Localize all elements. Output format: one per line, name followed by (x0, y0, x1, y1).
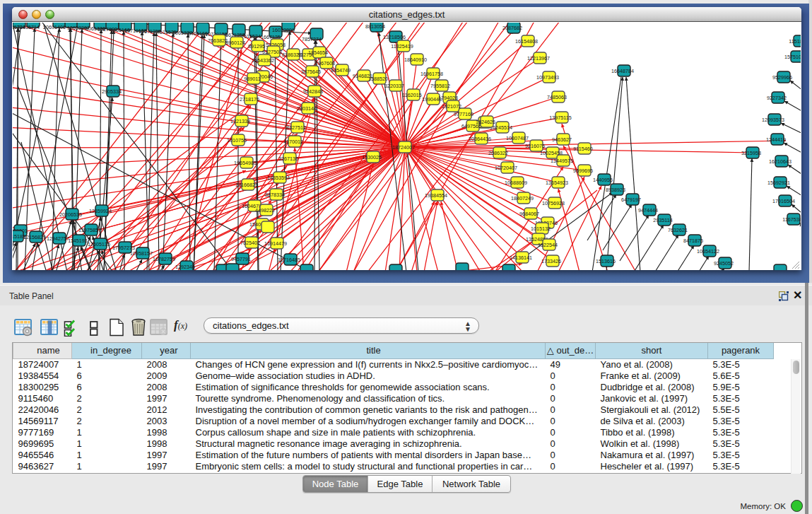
svg-text:20691406: 20691406 (43, 24, 66, 30)
svg-text:13716485: 13716485 (278, 257, 300, 263)
svg-text:1513616: 1513616 (596, 258, 616, 264)
svg-text:1151876: 1151876 (789, 38, 801, 45)
svg-text:9699695: 9699695 (573, 168, 593, 174)
svg-text:18640910: 18640910 (404, 57, 427, 63)
svg-text:1010755: 1010755 (227, 137, 247, 144)
svg-text:1794028: 1794028 (438, 95, 458, 101)
svg-text:1167534: 1167534 (782, 216, 801, 223)
svg-text:13449575: 13449575 (551, 158, 573, 164)
svg-text:7625402: 7625402 (240, 240, 260, 246)
svg-text:2087682: 2087682 (502, 25, 522, 31)
svg-text:19654985: 19654985 (234, 160, 257, 166)
svg-text:9474444: 9474444 (638, 207, 658, 214)
svg-text:10958157: 10958157 (130, 250, 153, 257)
svg-text:9245052: 9245052 (714, 260, 734, 267)
svg-text:8813054: 8813054 (365, 23, 385, 30)
svg-text:9216075: 9216075 (525, 143, 545, 149)
svg-text:3875645: 3875645 (301, 69, 321, 75)
svg-text:20206535: 20206535 (59, 211, 82, 218)
svg-text:9777169: 9777169 (454, 111, 473, 117)
svg-text:2905334: 2905334 (102, 88, 122, 95)
svg-text:13218506: 13218506 (383, 34, 406, 40)
svg-text:9327503: 9327503 (262, 49, 282, 55)
svg-text:8960124: 8960124 (225, 40, 245, 46)
svg-text:1522544: 1522544 (538, 242, 558, 248)
svg-text:19384554: 19384554 (425, 192, 447, 199)
svg-text:12156829: 12156829 (23, 234, 46, 240)
svg-text:1145193: 1145193 (68, 238, 87, 244)
svg-text:3215958: 3215958 (741, 150, 761, 156)
svg-text:9227342: 9227342 (767, 95, 787, 101)
svg-text:8427512: 8427512 (286, 124, 306, 131)
svg-text:2086322: 2086322 (488, 150, 508, 156)
svg-text:16914479: 16914479 (264, 240, 287, 247)
svg-text:16961758: 16961758 (420, 71, 443, 77)
svg-text:2967608: 2967608 (315, 60, 335, 66)
svg-text:8878334: 8878334 (265, 192, 285, 198)
svg-text:10654122: 10654122 (697, 248, 719, 255)
svg-text:2803144: 2803144 (297, 105, 317, 112)
svg-text:1162015: 1162015 (402, 92, 421, 98)
svg-text:1292346: 1292346 (175, 264, 195, 270)
svg-text:1530025: 1530025 (362, 154, 382, 160)
svg-text:11325419: 11325419 (391, 43, 413, 49)
svg-text:7663822: 7663822 (208, 37, 228, 44)
svg-text:1854654: 1854654 (308, 49, 328, 56)
svg-text:9115460: 9115460 (573, 146, 592, 152)
svg-text:16648784: 16648784 (611, 68, 634, 74)
svg-text:1733426: 1733426 (541, 258, 561, 264)
svg-text:7857274: 7857274 (302, 36, 322, 42)
svg-text:989011: 989011 (244, 76, 260, 82)
svg-text:8454749: 8454749 (331, 67, 351, 74)
svg-text:12093573: 12093573 (762, 117, 784, 123)
svg-text:13975857: 13975857 (78, 227, 101, 233)
svg-text:7632621: 7632621 (668, 227, 688, 233)
svg-text:12505135: 12505135 (88, 241, 110, 247)
svg-text:3220337: 3220337 (384, 83, 404, 89)
svg-text:12359924: 12359924 (89, 208, 112, 214)
svg-text:16543362: 16543362 (252, 57, 274, 64)
svg-text:19166825: 19166825 (235, 182, 258, 188)
svg-text:9529966: 9529966 (772, 74, 792, 81)
svg-text:4498222: 4498222 (255, 207, 275, 214)
svg-text:9457791: 9457791 (231, 256, 251, 262)
svg-text:16210643: 16210643 (769, 158, 792, 165)
svg-text:1015132: 1015132 (531, 226, 551, 232)
svg-text:12942757: 12942757 (47, 235, 69, 242)
svg-text:1921072: 1921072 (442, 103, 461, 110)
svg-text:7955812: 7955812 (430, 83, 450, 89)
svg-text:15692921: 15692921 (767, 180, 790, 186)
svg-text:13975115: 13975115 (549, 115, 571, 121)
svg-text:18407249: 18407249 (511, 195, 534, 201)
svg-text:14136141: 14136141 (510, 255, 532, 261)
svg-text:2935114: 2935114 (653, 217, 672, 223)
svg-text:8938923: 8938923 (606, 187, 625, 193)
svg-text:18724007: 18724007 (392, 144, 415, 151)
svg-text:17016504: 17016504 (772, 198, 795, 204)
svg-text:16782759: 16782759 (153, 256, 175, 262)
svg-text:22055714: 22055714 (17, 24, 40, 30)
svg-text:4170012: 4170012 (283, 139, 303, 145)
svg-text:1440955: 1440955 (593, 177, 613, 183)
svg-text:1588520: 1588520 (368, 76, 388, 82)
svg-text:10973493: 10973493 (536, 74, 559, 81)
svg-text:3267130: 3267130 (278, 156, 298, 162)
svg-text:9242848: 9242848 (303, 88, 323, 95)
svg-text:10756928: 10756928 (542, 200, 565, 206)
svg-text:2718176: 2718176 (240, 96, 259, 103)
svg-text:15751074: 15751074 (784, 54, 801, 60)
svg-text:10720407: 10720407 (495, 165, 517, 171)
svg-text:10807487: 10807487 (506, 135, 529, 141)
svg-text:14353594: 14353594 (267, 175, 290, 181)
svg-text:1221338: 1221338 (230, 118, 250, 124)
svg-text:1624626: 1624626 (476, 119, 495, 125)
svg-text:7485063: 7485063 (547, 94, 567, 100)
svg-text:1244419: 1244419 (766, 136, 786, 143)
svg-text:12213967: 12213967 (527, 55, 550, 62)
svg-text:8471875: 8471875 (683, 238, 703, 244)
svg-text:16154808: 16154808 (515, 38, 538, 45)
svg-text:6479197: 6479197 (621, 197, 641, 203)
svg-text:10688609: 10688609 (505, 180, 527, 186)
svg-text:16033809: 16033809 (272, 27, 295, 33)
svg-text:9684067: 9684067 (519, 211, 539, 217)
